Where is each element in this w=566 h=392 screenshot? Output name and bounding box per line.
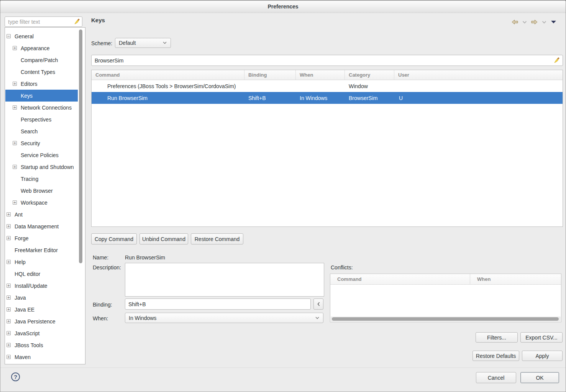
forward-history-chevron-icon[interactable] xyxy=(542,21,546,24)
expander-plus-icon[interactable]: + xyxy=(7,224,11,228)
expander-plus-icon[interactable]: + xyxy=(13,165,17,169)
sidebar-item-startup-and-shutdown[interactable]: +Startup and Shutdown xyxy=(5,161,78,173)
binding-input[interactable] xyxy=(125,301,310,307)
window-titlebar[interactable]: Preferences xyxy=(0,0,566,13)
sidebar-item-keys[interactable]: Keys xyxy=(5,90,78,102)
filter-input[interactable] xyxy=(5,19,74,25)
sidebar-item-forge[interactable]: +Forge xyxy=(5,232,78,244)
conflicts-hscrollbar-thumb[interactable] xyxy=(332,317,559,321)
restore-command-button[interactable]: Restore Command xyxy=(191,233,243,244)
table-row[interactable]: Preferences (JBoss Tools > BrowserSim/Co… xyxy=(92,80,563,92)
expander-plus-icon[interactable]: + xyxy=(7,343,11,347)
conflicts-column-when[interactable]: When xyxy=(470,274,561,284)
expander-minus-icon[interactable]: − xyxy=(7,34,11,38)
sidebar-item-ant[interactable]: +Ant xyxy=(5,208,78,220)
sidebar-item-java-ee[interactable]: +Java EE xyxy=(5,303,78,315)
help-button[interactable]: ? xyxy=(11,372,20,381)
sidebar-item-compare-patch[interactable]: Compare/Patch xyxy=(5,54,78,66)
sidebar-item-perspectives[interactable]: Perspectives xyxy=(5,113,78,125)
conflicts-column-command[interactable]: Command xyxy=(330,274,470,284)
expander-plus-icon[interactable]: + xyxy=(7,307,11,312)
expander-plus-icon[interactable]: + xyxy=(13,105,17,110)
expander-plus-icon[interactable]: + xyxy=(7,355,11,359)
expander-plus-icon[interactable]: + xyxy=(7,236,11,240)
sidebar-item-web-browser[interactable]: Web Browser xyxy=(5,185,78,197)
sidebar-item-editors[interactable]: +Editors xyxy=(5,78,78,90)
expander-plus-icon[interactable]: + xyxy=(13,46,17,50)
search-field[interactable] xyxy=(91,55,563,66)
name-label: Name: xyxy=(93,254,108,261)
expander-spacer xyxy=(7,248,11,252)
sidebar-item-javascript[interactable]: +JavaScript xyxy=(5,327,78,339)
expander-plus-icon[interactable]: + xyxy=(7,295,11,300)
sidebar-item-maven[interactable]: +Maven xyxy=(5,351,78,363)
expander-plus-icon[interactable]: + xyxy=(13,82,17,86)
sidebar-item-java[interactable]: +Java xyxy=(5,292,78,303)
expander-plus-icon[interactable]: + xyxy=(7,212,11,217)
tree-scrollbar[interactable] xyxy=(79,28,82,364)
scheme-select[interactable]: Default xyxy=(115,38,171,48)
expander-spacer xyxy=(13,117,17,121)
sidebar-item-install-update[interactable]: +Install/Update xyxy=(5,280,78,292)
clear-search-icon[interactable] xyxy=(553,57,560,64)
key-bindings-table: Command Binding When Category User Prefe… xyxy=(91,70,563,227)
column-header-category[interactable]: Category xyxy=(345,70,394,80)
expander-plus-icon[interactable]: + xyxy=(13,141,17,145)
clear-filter-icon[interactable] xyxy=(74,18,80,25)
sidebar-item-appearance[interactable]: +Appearance xyxy=(5,42,78,54)
unbind-command-button[interactable]: Unbind Command xyxy=(139,233,188,244)
sidebar-item-data-management[interactable]: +Data Management xyxy=(5,220,78,232)
filter-field[interactable] xyxy=(5,16,82,27)
sidebar-item-workspace[interactable]: +Workspace xyxy=(5,197,78,208)
expander-plus-icon[interactable]: + xyxy=(7,331,11,335)
search-input[interactable] xyxy=(92,57,553,64)
expander-plus-icon[interactable]: + xyxy=(7,284,11,288)
expander-plus-icon[interactable]: + xyxy=(13,200,17,205)
name-value: Run BrowserSim xyxy=(125,254,165,261)
sidebar-item-label: Keys xyxy=(21,93,33,99)
expander-plus-icon[interactable]: + xyxy=(7,260,11,264)
forward-icon[interactable] xyxy=(531,20,538,25)
cancel-button[interactable]: Cancel xyxy=(476,372,516,383)
sidebar-item-help[interactable]: +Help xyxy=(5,256,78,268)
sidebar-item-network-connections[interactable]: +Network Connections xyxy=(5,102,78,113)
ok-button[interactable]: OK xyxy=(520,372,559,383)
sidebar-item-tracing[interactable]: Tracing xyxy=(5,173,78,185)
back-history-chevron-icon[interactable] xyxy=(522,21,527,24)
sidebar-item-service-policies[interactable]: Service Policies xyxy=(5,149,78,161)
expander-plus-icon[interactable]: + xyxy=(7,319,11,323)
conflicts-hscrollbar[interactable] xyxy=(331,317,561,321)
apply-button[interactable]: Apply xyxy=(522,351,563,361)
restore-defaults-button[interactable]: Restore Defaults xyxy=(472,351,519,361)
sidebar-item-hql-editor[interactable]: HQL editor xyxy=(5,268,78,280)
filters-button[interactable]: Filters... xyxy=(476,332,518,343)
sidebar-item-jboss-tools[interactable]: +JBoss Tools xyxy=(5,339,78,351)
sidebar-item-content-types[interactable]: Content Types xyxy=(5,66,78,78)
sidebar-item-label: Help xyxy=(15,259,26,265)
column-header-when[interactable]: When xyxy=(296,70,345,80)
binding-history-button[interactable] xyxy=(313,299,323,310)
when-select[interactable]: In Windows xyxy=(125,313,323,323)
sidebar-item-general[interactable]: −General xyxy=(5,30,78,42)
tree-scrollbar-thumb[interactable] xyxy=(79,30,82,263)
footer-separator xyxy=(0,367,566,368)
sidebar-item-security[interactable]: +Security xyxy=(5,137,78,149)
column-header-user[interactable]: User xyxy=(394,70,563,80)
binding-field[interactable] xyxy=(125,299,311,310)
table-row[interactable]: Run BrowserSimShift+BIn WindowsBrowserSi… xyxy=(92,92,563,104)
column-header-binding[interactable]: Binding xyxy=(244,70,296,80)
description-textarea[interactable] xyxy=(125,263,324,297)
conflicts-label: Conflicts: xyxy=(331,264,353,271)
sidebar-item-search[interactable]: Search xyxy=(5,125,78,137)
table-cell-command: Preferences (JBoss Tools > BrowserSim/Co… xyxy=(92,83,244,89)
export-csv-button[interactable]: Export CSV... xyxy=(520,332,563,343)
column-header-command[interactable]: Command xyxy=(92,70,244,80)
window-title: Preferences xyxy=(267,3,298,10)
back-icon[interactable] xyxy=(512,20,518,25)
sidebar-item-freemarker-editor[interactable]: FreeMarker Editor xyxy=(5,244,78,256)
view-menu-icon[interactable] xyxy=(551,20,556,24)
sidebar-item-label: Search xyxy=(21,128,38,134)
sidebar-item-java-persistence[interactable]: +Java Persistence xyxy=(5,315,78,327)
expander-spacer xyxy=(13,153,17,157)
copy-command-button[interactable]: Copy Command xyxy=(91,233,137,244)
